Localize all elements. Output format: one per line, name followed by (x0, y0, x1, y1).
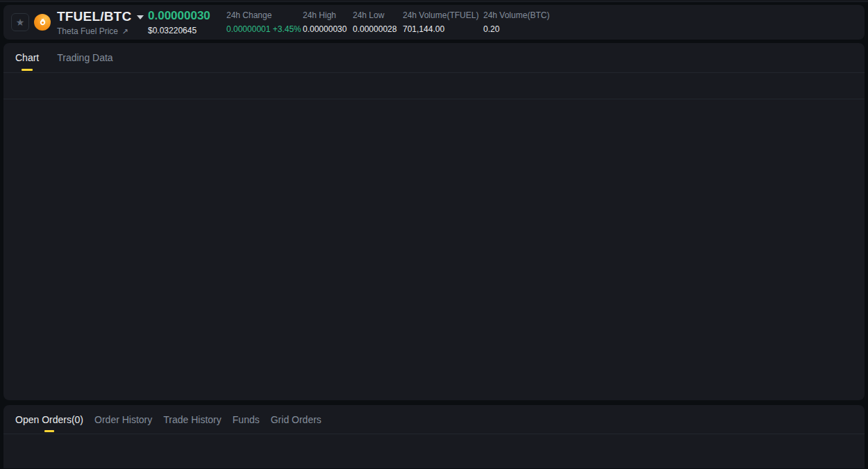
pair-block: TFUEL/BTC Theta Fuel Price ↗ (57, 9, 137, 36)
favorite-button[interactable]: ★ (11, 13, 29, 31)
tab-grid-orders[interactable]: Grid Orders (271, 405, 322, 434)
stat-value: 0.00000028 (353, 24, 403, 34)
tab-order-history[interactable]: Order History (94, 405, 152, 434)
stat-value: 0.00000001 +3.45% (226, 24, 303, 34)
pair-selector[interactable]: TFUEL/BTC (57, 9, 137, 24)
tab-trade-history[interactable]: Trade History (163, 405, 222, 434)
stat-value: 0.00000030 (303, 24, 353, 34)
stat-label: 24h High (303, 10, 353, 20)
tab-open-orders[interactable]: Open Orders(0) (15, 405, 83, 434)
price-block: 0.00000030 $0.03220645 (148, 9, 226, 35)
ticker-header: ★ TFUEL/BTC Theta Fuel Price ↗ 0.0000003… (3, 5, 865, 40)
stat-24h-change: 24h Change 0.00000001 +3.45% (226, 10, 303, 34)
stat-label: 24h Change (226, 10, 303, 20)
tab-chart[interactable]: Chart (15, 43, 39, 72)
tab-funds[interactable]: Funds (233, 405, 260, 434)
ticker-stats: 24h Change 0.00000001 +3.45% 24h High 0.… (226, 10, 549, 34)
top-strip (0, 0, 868, 2)
star-icon: ★ (16, 17, 25, 27)
pair-subtitle-link[interactable]: Theta Fuel Price ↗ (57, 26, 137, 36)
fiat-price: $0.03220645 (148, 26, 226, 35)
stat-24h-high: 24h High 0.00000030 (303, 10, 353, 34)
chart-area[interactable] (3, 99, 865, 400)
pair-subtitle-label: Theta Fuel Price (57, 26, 118, 36)
external-link-icon: ↗ (122, 27, 128, 35)
stat-24h-low: 24h Low 0.00000028 (353, 10, 403, 34)
stat-label: 24h Low (353, 10, 403, 20)
stat-24h-volume-btc: 24h Volume(BTC) 0.20 (483, 10, 549, 34)
stat-value: 701,144.00 (403, 24, 483, 34)
orders-panel-tabs: Open Orders(0) Order History Trade Histo… (3, 405, 865, 434)
chart-panel-tabs: Chart Trading Data (3, 43, 865, 73)
chart-panel: Chart Trading Data (3, 43, 865, 400)
chevron-down-icon (137, 15, 144, 19)
orders-panel: Open Orders(0) Order History Trade Histo… (3, 405, 865, 468)
stat-label: 24h Volume(TFUEL) (403, 10, 483, 20)
last-price: 0.00000030 (148, 9, 226, 23)
orders-body (3, 434, 865, 468)
stat-value: 0.20 (483, 24, 549, 34)
stat-label: 24h Volume(BTC) (483, 10, 549, 20)
stat-24h-volume-tfuel: 24h Volume(TFUEL) 701,144.00 (403, 10, 483, 34)
pair-name: TFUEL/BTC (57, 9, 131, 24)
tfuel-coin-icon (34, 14, 51, 31)
chart-toolbar (3, 73, 865, 99)
tab-trading-data[interactable]: Trading Data (57, 43, 112, 72)
